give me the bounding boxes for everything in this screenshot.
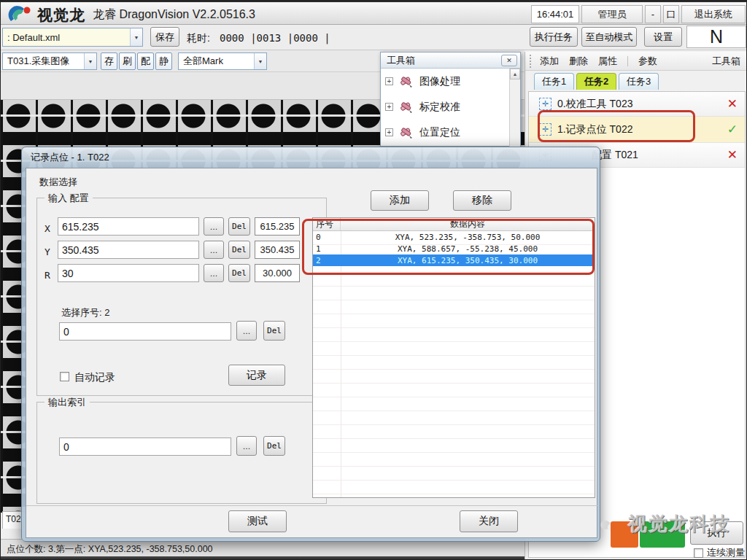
table-row[interactable]: 0 XYA, 523.235, -358.753, 50.000 — [313, 231, 595, 243]
mark-filter-dropdown[interactable]: 全部Mark — [178, 52, 267, 70]
drag-grip-icon[interactable] — [530, 55, 533, 68]
table-row[interactable]: 1 XYA, 588.657, -55.238, 45.000 — [313, 243, 595, 254]
tool-category-icon — [398, 125, 414, 140]
execute-button[interactable]: 执行 — [690, 521, 743, 545]
task-item-record-point[interactable]: 1.记录点位 T022 ✓ — [529, 117, 745, 143]
static-button[interactable]: 静 — [155, 52, 172, 70]
main-toolbar: : Default.xml 保存 耗时: 0000 |0013 |0000 | … — [1, 25, 747, 50]
add-point-button[interactable]: 添加 — [371, 190, 429, 211]
y-input[interactable]: 350.435 — [58, 241, 199, 259]
task-menu-bar: 添加 删除 属性 参数 工具箱 — [525, 52, 747, 71]
r-input[interactable]: 30 — [58, 264, 199, 282]
dialog-title-bar[interactable]: 记录点位 - 1. T022 — [22, 147, 600, 168]
chevron-down-icon[interactable] — [130, 28, 142, 46]
input-config-caption: 输入 配置 — [44, 192, 93, 205]
chevron-down-icon[interactable] — [84, 53, 96, 69]
continuous-measure-checkbox[interactable] — [694, 548, 703, 558]
task-item-label: 1.记录点位 T022 — [557, 123, 632, 136]
row-content: XYA, 588.657, -55.238, 45.000 — [341, 244, 595, 254]
record-button[interactable]: 记录 — [228, 365, 285, 386]
row-index: 0 — [313, 233, 341, 242]
x-input[interactable]: 615.235 — [58, 217, 199, 236]
col-index-header: 序号 — [313, 218, 341, 230]
store-button[interactable]: 存 — [101, 52, 117, 70]
select-index-del-button[interactable]: Del — [263, 321, 285, 341]
y-del-button[interactable]: Del — [228, 241, 250, 259]
close-icon[interactable]: ✕ — [501, 55, 517, 66]
crosshair-tool-icon — [539, 123, 551, 136]
toolbox-scrollbar[interactable]: ▲ — [509, 69, 520, 147]
settings-button[interactable]: 设置 — [644, 27, 682, 47]
tool-category-icon — [398, 100, 414, 114]
app-window: 视觉龙 龙睿 DragonVision V2.2.0516.3 16:44:01… — [0, 0, 747, 560]
save-button[interactable]: 保存 — [150, 27, 179, 47]
task-item-label: 0.校准工具 T023 — [557, 98, 632, 111]
row-content: XYA, 523.235, -358.753, 50.000 — [341, 233, 595, 242]
table-row-selected[interactable]: 2 XYA, 615.235, 350.435, 30.000 — [313, 254, 595, 266]
x-del-button[interactable]: Del — [228, 217, 250, 236]
col-content-header: 数据内容 — [341, 218, 595, 230]
auto-mode-button[interactable]: 至自动模式 — [581, 27, 637, 47]
toolbox-item-positioning[interactable]: 位置定位 — [381, 120, 520, 145]
remove-point-button[interactable]: 移除 — [453, 190, 511, 211]
select-index-browse-button[interactable]: … — [236, 321, 257, 341]
expand-plus-icon[interactable] — [385, 77, 393, 85]
x-browse-button[interactable]: … — [204, 217, 224, 236]
elapsed-values: 0000 |0013 |0000 | — [220, 32, 330, 44]
task-item-calibration-tool[interactable]: 0.校准工具 T023 ✕ — [529, 92, 745, 117]
config-button[interactable]: 配 — [137, 52, 154, 70]
input-config-group: 输入 配置 X 615.235 … Del 615.235 Y 350.435 … — [36, 198, 327, 396]
elapsed-label: 耗时: — [187, 32, 210, 45]
toolbox-item-label: 标定校准 — [419, 101, 460, 114]
dialog-divider — [26, 505, 598, 506]
task-params-button[interactable]: 参数 — [638, 55, 657, 68]
app-title: 龙睿 DragonVision V2.2.0516.3 — [93, 7, 255, 23]
toolbox-item-label: 位置定位 — [419, 126, 460, 139]
select-index-label: 选择序号: 2 — [61, 306, 109, 319]
task-delete-button[interactable]: 删除 — [569, 55, 588, 68]
tab-task1[interactable]: 任务1 — [534, 73, 574, 90]
task-properties-button[interactable]: 属性 — [598, 55, 617, 68]
r-del-button[interactable]: Del — [228, 264, 250, 282]
exit-system-button[interactable]: 退出系统 — [681, 5, 746, 23]
toolbox-title-bar[interactable]: 工具箱 ✕ — [381, 52, 520, 69]
points-table-body: 0 XYA, 523.235, -358.753, 50.000 1 XYA, … — [313, 231, 595, 497]
output-index-browse-button[interactable]: … — [236, 436, 257, 456]
maximize-button[interactable]: 口 — [663, 5, 679, 23]
expand-plus-icon[interactable] — [385, 128, 393, 136]
run-task-button[interactable]: 执行任务 — [530, 27, 578, 47]
output-index-del-button[interactable]: Del — [263, 436, 285, 456]
scroll-up-icon[interactable]: ▲ — [510, 69, 520, 79]
y-browse-button[interactable]: … — [204, 241, 224, 259]
select-index-input[interactable]: 0 — [59, 322, 231, 341]
auto-record-checkbox[interactable] — [60, 372, 69, 381]
toolbox-item-image-processing[interactable]: 图像处理 — [381, 69, 520, 94]
dialog-title: 记录点位 - 1. T022 — [31, 151, 109, 164]
error-x-icon: ✕ — [727, 147, 738, 163]
points-table-header: 序号 数据内容 — [313, 218, 595, 231]
close-button[interactable]: 关闭 — [460, 510, 518, 532]
tab-task2[interactable]: 任务2 — [576, 73, 616, 90]
points-table: 序号 数据内容 0 XYA, 523.235, -358.753, 50.000… — [312, 217, 595, 498]
toolbox-item-calibration[interactable]: 标定校准 — [381, 94, 520, 120]
toolbox-list: 图像处理 标定校准 — [381, 69, 520, 147]
chevron-down-icon[interactable] — [254, 53, 266, 69]
file-dropdown[interactable]: : Default.xml — [2, 28, 143, 47]
output-index-input[interactable]: 0 — [59, 438, 231, 456]
toolbox-toggle-button[interactable]: 工具箱 — [712, 55, 740, 68]
image-source-dropdown[interactable]: T031.采集图像 — [2, 52, 97, 70]
expand-plus-icon[interactable] — [385, 103, 393, 111]
current-user: 管理员 — [581, 5, 643, 23]
r-browse-button[interactable]: … — [204, 264, 224, 282]
row-index: 2 — [313, 256, 341, 265]
test-button[interactable]: 测试 — [228, 510, 287, 532]
task-add-button[interactable]: 添加 — [540, 55, 559, 68]
tab-task3[interactable]: 任务3 — [619, 73, 659, 90]
toolbox-panel: 工具箱 ✕ 图像处理 — [380, 52, 521, 147]
refresh-button[interactable]: 刷 — [119, 52, 136, 70]
continuous-measure-label: 连续测量 — [707, 546, 745, 559]
continuous-measure-option[interactable]: 连续测量 — [694, 546, 745, 559]
minimize-button[interactable]: - — [645, 5, 661, 23]
row-content: XYA, 615.235, 350.435, 30.000 — [341, 256, 595, 265]
output-index-caption: 输出索引 — [44, 396, 90, 409]
